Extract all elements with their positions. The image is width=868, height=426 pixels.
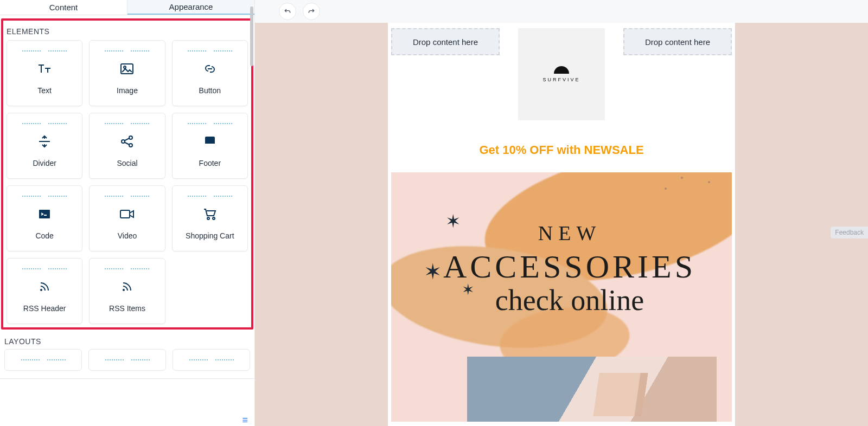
element-footer[interactable]: Footer — [172, 113, 248, 179]
element-label: Divider — [33, 159, 56, 169]
drag-handle-icon — [22, 50, 67, 51]
drag-handle-icon — [105, 50, 149, 51]
video-icon — [119, 206, 135, 222]
element-image[interactable]: Image — [89, 40, 165, 106]
sidebar-scrollbar[interactable] — [250, 7, 253, 66]
element-label: Text — [37, 86, 52, 96]
tab-content[interactable]: Content — [0, 0, 127, 15]
layout-option[interactable] — [4, 349, 82, 371]
dropzone-right[interactable]: Drop content here — [623, 28, 732, 55]
drag-handle-icon — [188, 196, 232, 197]
footer-icon — [204, 134, 216, 149]
divider-icon — [37, 134, 52, 149]
brand-logo-block[interactable]: SURFVIVE — [518, 28, 605, 120]
element-shopping-cart[interactable]: Shopping Cart — [172, 185, 248, 251]
element-label: Button — [199, 86, 221, 96]
undo-button[interactable] — [279, 3, 296, 20]
redo-button[interactable] — [303, 3, 320, 20]
svg-rect-6 — [205, 144, 215, 146]
hero-line-2: ACCESSORIES — [424, 248, 716, 286]
svg-point-2 — [122, 140, 125, 143]
feedback-tab[interactable]: Feedback — [831, 227, 868, 238]
decorative-dot — [681, 177, 683, 179]
cart-icon — [203, 206, 217, 222]
hero-line-3: check online — [424, 283, 716, 317]
decorative-dot — [708, 181, 710, 183]
element-rss-items[interactable]: RSS Items — [89, 258, 165, 324]
svg-rect-8 — [120, 210, 130, 218]
logo-mark-icon — [554, 66, 569, 74]
layouts-row — [0, 349, 254, 371]
svg-rect-0 — [121, 64, 133, 74]
decorative-photo — [467, 357, 717, 422]
hero-line-1: NEW — [424, 221, 716, 245]
elements-section-title: ELEMENTS — [7, 22, 248, 40]
drag-handle-icon — [105, 196, 149, 197]
element-label: RSS Items — [109, 304, 145, 314]
drag-handle-icon — [105, 268, 149, 269]
drag-handle-icon — [22, 268, 67, 269]
code-icon — [38, 206, 51, 222]
share-icon — [120, 134, 134, 149]
brand-name: SURFVIVE — [542, 77, 580, 82]
element-video[interactable]: Video — [89, 185, 165, 251]
svg-point-1 — [124, 66, 126, 68]
svg-point-10 — [213, 217, 215, 220]
element-button[interactable]: Button — [172, 40, 248, 106]
panel-resize-handle[interactable]: ≡ — [242, 418, 248, 422]
decorative-box — [593, 373, 648, 416]
layouts-section-title: LAYOUTS — [0, 331, 254, 349]
element-code[interactable]: Code — [7, 185, 82, 251]
svg-point-12 — [123, 289, 125, 291]
hero-text: NEW ACCESSORIES check online — [424, 221, 716, 317]
element-label: Social — [117, 159, 137, 169]
image-icon — [120, 61, 134, 76]
element-rss-header[interactable]: RSS Header — [7, 258, 82, 324]
svg-point-9 — [207, 217, 209, 220]
element-label: Footer — [199, 159, 221, 169]
svg-point-3 — [129, 136, 132, 139]
sidebar-tabs: Content Appearance — [0, 0, 254, 15]
svg-point-4 — [129, 144, 132, 147]
canvas-toolbar — [255, 0, 868, 23]
canvas-area: Drop content here SURFVIVE Drop content … — [255, 0, 868, 426]
sidebar-panel: Content Appearance ELEMENTS Text Image — [0, 0, 255, 426]
link-icon — [202, 61, 218, 76]
element-label: Shopping Cart — [186, 231, 234, 241]
element-social[interactable]: Social — [89, 113, 165, 179]
text-icon — [37, 61, 52, 76]
drag-handle-icon — [105, 123, 149, 124]
svg-point-11 — [40, 289, 42, 291]
layout-option[interactable] — [88, 349, 166, 371]
tab-appearance[interactable]: Appearance — [127, 0, 254, 15]
elements-highlight: ELEMENTS Text Image — [1, 18, 253, 330]
decorative-dot — [665, 188, 667, 190]
element-label: RSS Header — [23, 304, 66, 314]
elements-grid: Text Image Button — [7, 40, 248, 324]
editor-stage: Drop content here SURFVIVE Drop content … — [255, 23, 868, 426]
dropzone-left[interactable]: Drop content here — [391, 28, 500, 55]
rss-icon — [121, 279, 133, 294]
layout-option[interactable] — [173, 349, 250, 371]
rss-icon — [39, 279, 50, 294]
element-divider[interactable]: Divider — [7, 113, 82, 179]
drag-handle-icon — [188, 50, 232, 51]
drag-handle-icon — [188, 123, 232, 124]
drag-handle-icon — [22, 123, 67, 124]
element-text[interactable]: Text — [7, 40, 82, 106]
element-label: Image — [117, 86, 138, 96]
promo-text[interactable]: Get 10% OFF with NEWSALE — [388, 133, 735, 172]
hero-image-block[interactable]: ✶ ✶ ✶ NEW ACCESSORIES check online — [391, 172, 732, 422]
drag-handle-icon — [22, 196, 67, 197]
email-canvas[interactable]: Drop content here SURFVIVE Drop content … — [388, 23, 735, 426]
element-label: Code — [35, 231, 53, 241]
element-label: Video — [118, 231, 137, 241]
svg-rect-7 — [39, 210, 50, 218]
header-row: Drop content here SURFVIVE Drop content … — [388, 28, 735, 133]
